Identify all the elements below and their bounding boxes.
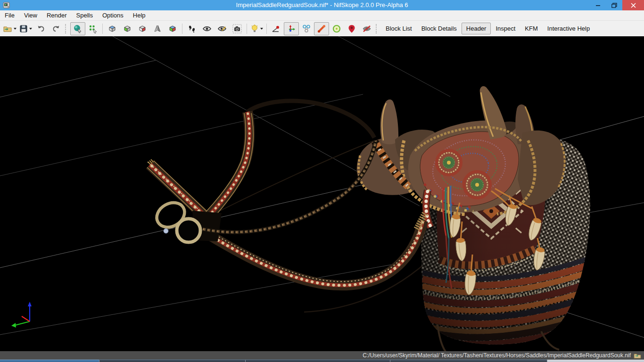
flip-view-icon: [153, 24, 162, 33]
kfm-button[interactable]: KFM: [520, 23, 542, 34]
x-axis-line: [22, 316, 30, 321]
undo-icon: [37, 25, 45, 33]
restore-button[interactable]: [606, 0, 622, 10]
select-vertex-button[interactable]: [85, 22, 100, 35]
view-top-cube-icon: [107, 24, 117, 33]
view-top-button[interactable]: [105, 22, 120, 35]
redo-icon: [52, 25, 60, 33]
view-side-cube-icon: [138, 24, 147, 33]
dropdown-arrow: [260, 28, 263, 30]
select-object-icon: [73, 24, 83, 33]
window-title: ImperialSaddleRedguardSouk.nif* - NifSko…: [0, 0, 644, 10]
statusbar: C:/Users/user/Skyrim/Material/ Textures/…: [0, 351, 644, 360]
open-folder-icon[interactable]: [634, 353, 641, 359]
hide-geometry-button[interactable]: [359, 22, 374, 35]
redo-button[interactable]: [49, 22, 64, 35]
menu-options[interactable]: Options: [98, 10, 128, 20]
show-constraints-button[interactable]: [299, 22, 314, 35]
save-file-button[interactable]: [18, 22, 33, 35]
menu-render[interactable]: Render: [42, 10, 72, 20]
view-flip-button[interactable]: [150, 22, 165, 35]
toolbar: Block List Block Details Header Inspect …: [0, 21, 644, 36]
save-floppy-icon: [19, 25, 28, 33]
band-rising: [198, 112, 253, 226]
toggle-hidden-button[interactable]: [199, 22, 215, 35]
z-axis-arrow: [28, 302, 32, 306]
taskbar-segment[interactable]: [0, 360, 99, 362]
menubar: File View Render Spells Options Help: [0, 10, 644, 21]
view-front-cube-icon: [123, 24, 132, 33]
lighting-button[interactable]: [249, 22, 264, 35]
menu-help[interactable]: Help: [128, 10, 150, 20]
show-vertices-button[interactable]: [269, 22, 284, 35]
axis-gizmo: [11, 302, 32, 328]
edit-visibility-button[interactable]: [215, 22, 230, 35]
titlebar[interactable]: ImperialSaddleRedguardSouk.nif* - NifSko…: [0, 0, 644, 10]
eye-icon: [202, 25, 212, 33]
open-file-button[interactable]: [2, 22, 18, 35]
vertex-point-icon: [272, 25, 281, 33]
eye-edit-icon: [217, 25, 227, 33]
inspect-button[interactable]: Inspect: [491, 23, 520, 34]
taskbar-segment[interactable]: [99, 360, 245, 362]
dropdown-arrow: [14, 28, 17, 30]
select-object-button[interactable]: [70, 22, 85, 35]
3d-viewport[interactable]: [0, 36, 644, 351]
toolbar-separator: [247, 24, 247, 34]
header-button[interactable]: Header: [462, 23, 491, 34]
menu-view[interactable]: View: [19, 10, 42, 20]
minimize-icon: [596, 3, 601, 8]
interactive-help-button[interactable]: Interactive Help: [543, 23, 594, 34]
open-folder-icon: [3, 25, 12, 33]
bone-icon: [317, 24, 326, 33]
perspective-cube-icon: [168, 24, 177, 33]
show-nodes-button[interactable]: [314, 22, 329, 35]
camera-icon: [232, 24, 242, 33]
mandala: [464, 172, 490, 198]
walk-mode-button[interactable]: [184, 22, 199, 35]
show-markers-button[interactable]: [344, 22, 359, 35]
menu-spells[interactable]: Spells: [72, 10, 98, 20]
view-front-button[interactable]: [120, 22, 135, 35]
view-perspective-button[interactable]: [165, 22, 180, 35]
menu-file[interactable]: File: [0, 10, 19, 20]
nifskope-app-icon: [3, 1, 10, 9]
toolbar-separator: [266, 24, 267, 34]
file-path: C:/Users/user/Skyrim/Material/ Textures/…: [363, 352, 631, 359]
dropdown-arrow: [29, 28, 32, 30]
taskbar[interactable]: [0, 360, 644, 362]
restore-icon: [611, 3, 617, 8]
axes-icon: [287, 24, 296, 33]
falloff-circle-icon: [332, 24, 341, 33]
toolbar-grip: [65, 24, 69, 33]
show-axes-button[interactable]: [284, 22, 299, 35]
minimize-button[interactable]: [590, 0, 606, 10]
taskbar-segment[interactable]: [390, 360, 547, 362]
taskbar-segment[interactable]: [245, 360, 390, 362]
y-axis-arrow: [11, 323, 16, 328]
taskbar-segment[interactable]: [547, 360, 644, 362]
block-details-button[interactable]: Block Details: [417, 23, 462, 34]
toolbar-separator: [102, 24, 103, 34]
toolbar-separator: [182, 24, 182, 34]
show-falloff-button[interactable]: [329, 22, 344, 35]
mandala: [437, 150, 461, 175]
constraint-link-icon: [302, 24, 311, 33]
toolbar-grip: [376, 24, 380, 33]
screenshot-button[interactable]: [230, 22, 245, 35]
footprints-icon: [188, 25, 196, 33]
close-button[interactable]: [622, 0, 644, 10]
view-side-button[interactable]: [135, 22, 150, 35]
block-list-button[interactable]: Block List: [381, 23, 417, 34]
close-icon: [631, 3, 636, 8]
map-marker-icon: [347, 24, 356, 33]
undo-button[interactable]: [33, 22, 49, 35]
select-vertex-icon: [88, 24, 98, 33]
light-bulb-icon: [250, 24, 259, 33]
hidden-eye-icon: [362, 25, 372, 33]
